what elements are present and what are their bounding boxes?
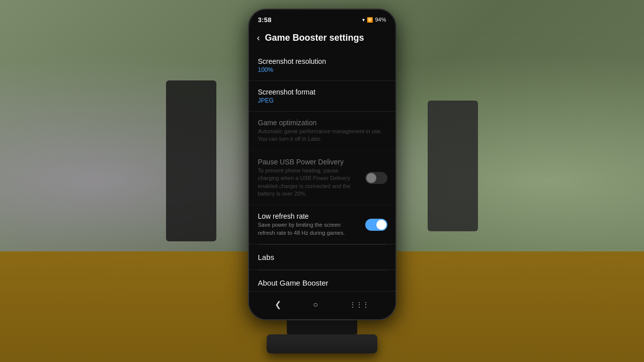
labs-section[interactable]: Labs [249,245,395,270]
wifi-icon: 🛜 [367,17,373,23]
nav-back-button[interactable]: ❮ [269,298,287,311]
screenshot-format-value: JPEG [258,97,386,104]
status-icons: ▾ 🛜 94% [362,17,386,23]
low-refresh-rate-title: Low refresh rate [258,212,359,220]
low-refresh-rate-toggle-container[interactable] [365,219,387,231]
settings-list: Screenshot resolution 100% Screenshot fo… [249,50,395,291]
page-title: Game Booster settings [265,33,364,43]
battery-percent: 94% [375,17,386,23]
game-optimization-title: Game optimization [258,119,386,127]
low-refresh-rate-toggle[interactable] [365,219,387,231]
screenshot-resolution-value: 100% [258,66,386,73]
pause-usb-toggle-container [365,172,387,184]
screenshot-format-title: Screenshot format [258,88,386,96]
phone-stand: 3:58 ▾ 🛜 94% ‹ Game Booster settings S [248,9,396,353]
stand-base [267,334,377,353]
nav-bar: ❮ ○ ⋮⋮⋮ [249,291,395,319]
low-refresh-rate-toggle-knob [376,220,386,230]
dark-box-left [166,80,216,241]
game-optimization-desc: Automatic game performance management in… [258,128,386,143]
phone-screen: 3:58 ▾ 🛜 94% ‹ Game Booster settings S [249,10,395,319]
nav-recents-button[interactable]: ⋮⋮⋮ [344,299,375,310]
pause-usb-item: Pause USB Power Delivery To prevent phon… [249,151,395,206]
pause-usb-toggle-knob [366,173,376,183]
pause-usb-desc: To prevent phone heating, pause charging… [258,167,359,198]
phone-body: 3:58 ▾ 🛜 94% ‹ Game Booster settings S [248,9,396,320]
signal-icon: ▾ [362,17,365,23]
nav-home-button[interactable]: ○ [307,298,324,311]
screenshot-resolution-title: Screenshot resolution [258,57,386,65]
low-refresh-rate-item[interactable]: Low refresh rate Save power by limiting … [249,205,395,244]
screenshot-format-item[interactable]: Screenshot format JPEG [249,81,395,112]
status-bar: 3:58 ▾ 🛜 94% [249,10,395,28]
low-refresh-rate-desc: Save power by limiting the screen refres… [258,221,359,237]
battery-indicator: 94% [375,17,386,23]
stand-neck [287,320,357,334]
about-game-booster-section[interactable]: About Game Booster [249,270,395,291]
screenshot-resolution-item[interactable]: Screenshot resolution 100% [249,50,395,81]
dark-box-right [428,101,478,231]
game-optimization-item: Game optimization Automatic game perform… [249,112,395,151]
pause-usb-toggle [365,172,387,184]
pause-usb-title: Pause USB Power Delivery [258,158,359,166]
back-button[interactable]: ‹ [257,33,260,43]
title-bar: ‹ Game Booster settings [249,28,395,50]
status-time: 3:58 [258,16,272,24]
